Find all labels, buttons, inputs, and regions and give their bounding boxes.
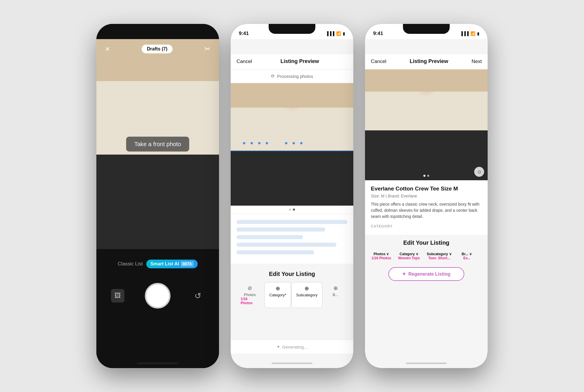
scan-dot (285, 142, 287, 144)
wifi-icon-3: 📶 (470, 31, 475, 36)
tab-brand-3[interactable]: Br... ∨ Ev... (455, 250, 479, 262)
brand-tab-label: B... (333, 293, 338, 297)
listing-details: Everlane Cotton Crew Tee Size M Size: M … (365, 180, 488, 235)
scan-dot (266, 142, 268, 144)
gallery-button[interactable]: 🖼 (111, 289, 124, 302)
camera-top-bar: × Drafts (7) ✂ (96, 39, 219, 59)
brand-tab-icon: ⊕ (333, 285, 338, 291)
scan-dot (251, 142, 253, 144)
tab-category-2[interactable]: ⊕ Category* (264, 282, 291, 308)
loading-bar-3 (237, 235, 303, 239)
processing-text: Processing photos (277, 74, 313, 79)
result-photo: ⊙ (365, 69, 488, 180)
edit-tabs-3: Photos ∨ 1/16 Photos Category ∨ Women To… (365, 250, 488, 262)
scan-dot (258, 142, 260, 144)
loading-bar-1 (237, 220, 347, 224)
wifi-icon: 📶 (336, 31, 341, 36)
camera-icon-overlay[interactable]: ⊙ (474, 167, 484, 177)
edit-section-title-3: Edit Your Listing (365, 235, 488, 250)
camera-controls: Classic List Smart List AI BETA 🖼 ↺ (96, 249, 219, 368)
classic-list-label[interactable]: Classic List (118, 261, 143, 267)
tab-photos-2[interactable]: ⊘ Photos 1/16 Photos (235, 282, 264, 308)
brand-tab-label-3: Br... ∨ (462, 252, 472, 256)
loading-bar-5 (237, 250, 314, 254)
listing-image-container-2 (231, 83, 353, 214)
gallery-icon: 🖼 (114, 292, 121, 300)
listing-toggle: Classic List Smart List AI BETA (118, 260, 198, 268)
phone-2: 9:41 ▐▐▐ 📶 ▮ Cancel Listing Preview ⟳ Pr… (231, 24, 353, 368)
shutter-button[interactable] (145, 283, 171, 309)
close-button[interactable]: × (105, 44, 110, 54)
subcategory-tab-label-3: Subcategory ∨ (427, 252, 452, 256)
cancel-button-2[interactable]: Cancel (237, 59, 252, 64)
phone-1: × Drafts (7) ✂ Take a front photo Classi… (96, 24, 219, 368)
signal-icon-3: ▐▐▐ (460, 31, 469, 36)
scan-dot (293, 142, 295, 144)
dot-1 (289, 209, 291, 211)
regenerate-button[interactable]: ✦ Regenerate Listing (388, 267, 464, 281)
category-tab-icon: ⊕ (276, 285, 280, 292)
status-icons-3: ▐▐▐ 📶 ▮ (460, 31, 479, 36)
phone2-header: Cancel Listing Preview (231, 54, 353, 69)
scissors-icon[interactable]: ✂ (204, 45, 210, 53)
photos-tab-label-3: Photos ∨ (373, 252, 389, 256)
scan-dot (243, 142, 245, 144)
home-indicator-3 (406, 363, 447, 364)
regenerate-icon: ✦ (402, 271, 406, 277)
cancel-button-3[interactable]: Cancel (371, 59, 386, 64)
processing-banner: ⟳ Processing photos (231, 69, 353, 83)
shutter-row: 🖼 ↺ (96, 283, 219, 309)
battery-icon-3: ▮ (477, 31, 479, 36)
smart-list-button[interactable]: Smart List AI BETA (146, 260, 198, 268)
category-tab-label: Category* (269, 293, 286, 297)
category-label: CATEGORY (371, 224, 482, 228)
product-description: This piece offers a classic crew neck, o… (371, 201, 482, 220)
scan-dots (243, 142, 303, 144)
edit-section-title-2: Edit Your Listing (231, 264, 353, 282)
tab-category-3[interactable]: Category ∨ Women Tops (394, 250, 423, 262)
subcategory-tab-label: Subcategory (296, 293, 317, 297)
listing-photo-2 (231, 83, 353, 206)
loading-bar-2 (237, 228, 325, 232)
camera-icon: ⊙ (477, 169, 481, 175)
tab-subcategory-3[interactable]: Subcategory ∨ Tees- Short... (423, 250, 455, 262)
category-tab-value-3: Women Tops (398, 256, 420, 260)
brand-tab-value-3: Ev... (463, 256, 470, 260)
flip-camera-button[interactable]: ↺ (191, 289, 204, 302)
product-meta: Size: M | Brand: Everlane (371, 194, 482, 198)
generating-status: ✦ Generating... (231, 340, 353, 354)
next-button-3[interactable]: Next (472, 59, 482, 64)
result-dot-1 (423, 175, 425, 177)
notch-2 (269, 24, 315, 34)
generating-text: Generating... (282, 344, 307, 349)
image-pagination-dots-2 (231, 206, 353, 214)
listing-preview-title-2: Listing Preview (280, 58, 319, 64)
tab-photos-3[interactable]: Photos ∨ 1/16 Photos (368, 250, 394, 262)
camera-viewfinder: Take a front photo (96, 39, 219, 249)
battery-icon: ▮ (343, 31, 345, 36)
photos-tab-icon: ⊘ (248, 285, 252, 291)
subcategory-tab-icon: ⊕ (305, 285, 309, 292)
drafts-button[interactable]: Drafts (7) (142, 45, 173, 53)
notch-3 (403, 24, 450, 34)
result-dot-2 (427, 175, 429, 177)
loading-fields (231, 214, 353, 264)
loading-bar-4 (237, 243, 336, 247)
flip-icon: ↺ (194, 291, 201, 301)
notch (134, 24, 181, 34)
photos-tab-value-3: 1/16 Photos (371, 256, 391, 260)
scan-line (231, 150, 353, 151)
tab-subcategory-2[interactable]: ⊕ Subcategory (291, 282, 322, 308)
photo-subject-2 (231, 83, 353, 206)
scan-dot (300, 142, 303, 144)
smart-list-label: Smart List AI (150, 261, 179, 267)
tab-brand-2[interactable]: ⊕ B... (322, 282, 349, 308)
home-indicator (137, 363, 178, 364)
listing-preview-title-3: Listing Preview (410, 58, 448, 64)
edit-tabs-2: ⊘ Photos 1/16 Photos ⊕ Category* ⊕ Subca… (231, 282, 353, 308)
generating-icon: ✦ (277, 344, 280, 349)
beta-badge: BETA (181, 261, 194, 267)
home-indicator-2 (272, 363, 312, 364)
status-time-3: 9:41 (373, 31, 383, 36)
camera-prompt-overlay: Take a front photo (126, 137, 189, 152)
